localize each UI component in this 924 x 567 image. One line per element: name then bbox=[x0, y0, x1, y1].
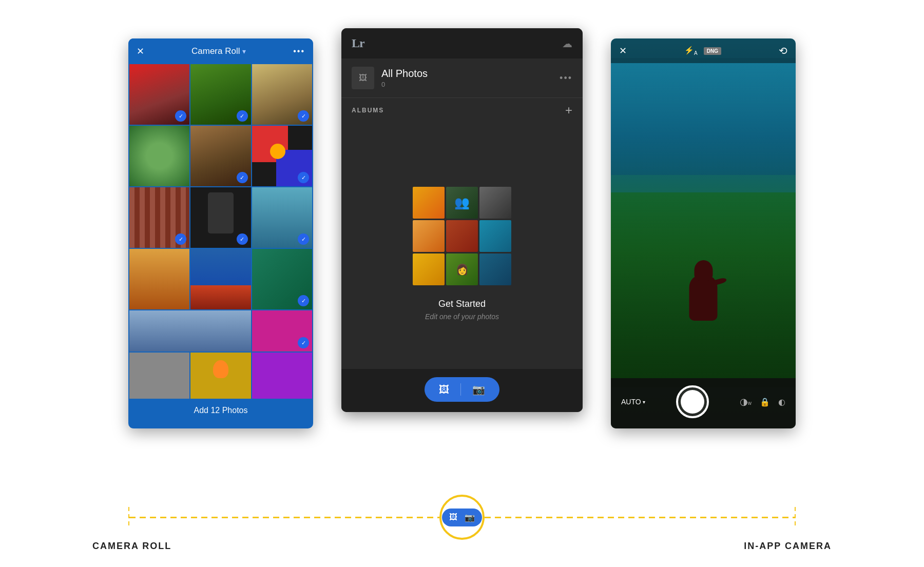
add-photos-label: Add 12 Photos bbox=[194, 406, 248, 415]
flash-icon[interactable]: ⚡A bbox=[684, 46, 698, 56]
histogram-icon[interactable]: ◐ bbox=[778, 397, 785, 407]
photo-cell[interactable] bbox=[129, 126, 189, 186]
lr-collage: 👥 👩 bbox=[413, 187, 511, 285]
all-photos-row[interactable]: 🖼 All Photos 0 ••• bbox=[341, 58, 583, 97]
camera-close-icon[interactable]: ✕ bbox=[619, 45, 627, 56]
camera-phone: ✕ ⚡A DNG ⟲ AUTO▾ ◑w bbox=[611, 38, 796, 428]
lr-bottom-bar: 🖼 📷 bbox=[341, 369, 583, 412]
albums-bar: ALBUMS + bbox=[341, 97, 583, 123]
photo-cell[interactable] bbox=[129, 249, 189, 309]
photo-cell[interactable]: ✓ bbox=[252, 126, 312, 186]
photo-grid: ✓ ✓ ✓ ✓ bbox=[128, 64, 313, 399]
photo-cell[interactable] bbox=[129, 310, 251, 351]
camera-header: ✕ ⚡A DNG ⟲ bbox=[611, 38, 796, 63]
add-album-button[interactable]: + bbox=[565, 104, 572, 116]
lr-action-pills[interactable]: 🖼 📷 bbox=[425, 377, 499, 402]
photo-cell[interactable]: ✓ bbox=[129, 64, 189, 125]
circle-highlight: 🖼 📷 bbox=[439, 495, 485, 540]
camera-roll-phone: ✕ Camera Roll ▾ ••• ✓ ✓ ✓ bbox=[128, 38, 313, 428]
cloud-icon: ☁ bbox=[562, 37, 572, 50]
photo-cell[interactable]: ✓ bbox=[129, 187, 189, 248]
camera-controls: AUTO▾ ◑w 🔒 ◐ bbox=[611, 378, 796, 428]
photo-cell[interactable]: ✓ bbox=[190, 187, 251, 248]
lr-header: Lr ☁ bbox=[341, 28, 583, 58]
add-photos-bar[interactable]: Add 12 Photos bbox=[128, 399, 313, 422]
in-app-camera-label: IN-APP CAMERA bbox=[744, 541, 832, 552]
lr-logo: Lr bbox=[352, 36, 364, 50]
photo-cell[interactable]: ✓ bbox=[252, 64, 312, 125]
shutter-button[interactable] bbox=[676, 385, 709, 418]
camera-roll-title: Camera Roll ▾ bbox=[191, 46, 246, 56]
photo-cell[interactable] bbox=[190, 353, 251, 399]
all-photos-thumbnail: 🖼 bbox=[352, 67, 374, 89]
photo-cell[interactable]: ✓ bbox=[252, 187, 312, 248]
get-started-text: Get Started bbox=[438, 299, 486, 309]
albums-label: ALBUMS bbox=[352, 107, 384, 114]
photo-cell[interactable]: ✓ bbox=[190, 126, 251, 186]
photo-cell[interactable] bbox=[129, 353, 189, 399]
auto-mode-selector[interactable]: AUTO▾ bbox=[621, 398, 645, 406]
camera-roll-menu-icon[interactable]: ••• bbox=[293, 47, 305, 56]
all-photos-title: All Photos bbox=[381, 68, 428, 80]
lock-icon[interactable]: 🔒 bbox=[760, 397, 770, 407]
lr-main-area: 👥 👩 Get Started Edit one of your photos bbox=[341, 123, 583, 369]
dng-badge[interactable]: DNG bbox=[704, 47, 721, 55]
lr-phone: Lr ☁ 🖼 All Photos 0 ••• ALBUMS + bbox=[341, 28, 583, 412]
photo-cell[interactable]: ✓ bbox=[252, 310, 312, 351]
get-started-subtitle: Edit one of your photos bbox=[425, 312, 499, 321]
in-app-camera-icon[interactable]: 📷 bbox=[472, 383, 485, 396]
white-balance-icon[interactable]: ◑w bbox=[740, 396, 752, 407]
close-icon[interactable]: ✕ bbox=[137, 46, 144, 57]
camera-roll-label: CAMERA ROLL bbox=[92, 541, 171, 552]
camera-rotate-icon[interactable]: ⟲ bbox=[779, 45, 787, 57]
import-from-gallery-icon[interactable]: 🖼 bbox=[439, 384, 449, 396]
photo-cell[interactable]: ✓ bbox=[252, 249, 312, 309]
all-photos-menu-icon[interactable]: ••• bbox=[560, 73, 572, 84]
photo-cell[interactable]: ✓ bbox=[190, 64, 251, 125]
photo-cell[interactable] bbox=[190, 249, 251, 309]
photo-cell[interactable] bbox=[252, 353, 312, 399]
all-photos-count: 0 bbox=[381, 81, 428, 88]
